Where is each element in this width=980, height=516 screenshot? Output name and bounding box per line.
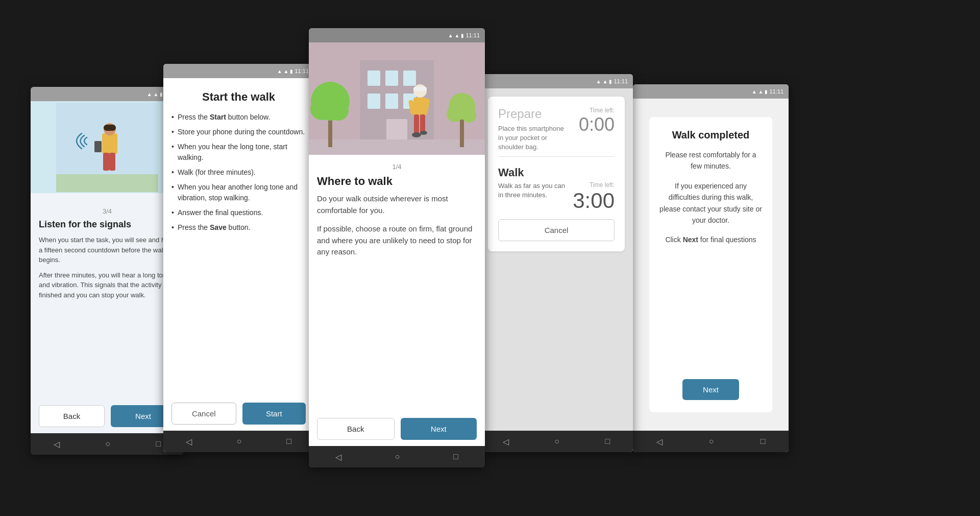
status-icons-4: ▲ ▲ ▮ 11:11 <box>596 78 628 84</box>
back-nav-4[interactable]: ◁ <box>503 437 509 447</box>
walk-section-content: Walk as far as you can in three minutes.… <box>498 181 615 213</box>
nav-bar-5: ◁ ○ □ <box>633 431 789 452</box>
screen-content-2: Start the walk Press the Start button be… <box>163 78 314 396</box>
signal-icon-4: ▲ <box>603 79 608 84</box>
prepare-label: Prepare <box>498 107 570 121</box>
status-bar-4: ▲ ▲ ▮ 11:11 <box>480 74 633 88</box>
recents-nav-2[interactable]: □ <box>286 437 291 446</box>
status-time-2: 11:11 <box>295 68 309 74</box>
svg-point-25 <box>462 108 476 123</box>
phone-screen-2: ▲ ▲ ▮ 11:11 Start the walk Press the Sta… <box>163 64 314 452</box>
wifi-icon-1: ▲ <box>147 91 152 97</box>
back-nav-2[interactable]: ◁ <box>186 437 192 447</box>
screen1-body1: When you start the task, you will see an… <box>39 235 176 300</box>
walk-time-value: 3:00 <box>573 189 615 213</box>
recents-nav-1[interactable]: □ <box>156 439 161 449</box>
screen3-back-button[interactable]: Back <box>317 418 395 440</box>
step-indicator-3: 1/4 <box>317 163 477 171</box>
nav-bar-3: ◁ ○ □ <box>309 446 485 467</box>
wifi-icon-2: ▲ <box>277 68 282 74</box>
walk-time-label: Time left: <box>573 181 615 189</box>
screen1-title: Listen for the signals <box>39 219 176 230</box>
recents-nav-5[interactable]: □ <box>761 437 766 446</box>
screen4-cancel-button[interactable]: Cancel <box>498 219 615 241</box>
completed-title: Walk completed <box>672 129 750 141</box>
screen2-start-button[interactable]: Start <box>242 403 306 425</box>
screen3-content: 1/4 Where to walk Do your walk outside w… <box>309 155 485 412</box>
status-icons-2: ▲ ▲ ▮ 11:11 <box>277 68 309 74</box>
svg-rect-13 <box>368 93 380 109</box>
bold-start: Start <box>210 113 226 121</box>
completed-body: Please rest comfortably for a few minute… <box>659 149 762 254</box>
svg-rect-12 <box>403 71 416 86</box>
screen1-content: 3/4 Listen for the signals When you star… <box>31 199 184 399</box>
battery-icon-1: ▮ <box>160 91 163 97</box>
bold-save: Save <box>210 223 227 231</box>
svg-rect-7 <box>56 174 158 192</box>
bullet-1: Press the Start button below. <box>172 112 306 123</box>
phone-screen-1: ▲ ▲ ▮ 11:11 <box>31 87 184 455</box>
back-nav-3[interactable]: ◁ <box>335 452 341 462</box>
home-nav-2[interactable]: ○ <box>237 437 242 446</box>
prepare-time-info: Time left: 0:00 <box>579 107 615 135</box>
prepare-text-group: Prepare Place this smartphone in your po… <box>498 107 570 152</box>
status-time-4: 11:11 <box>614 78 628 84</box>
screen3-body: Do your walk outside wherever is most co… <box>317 193 477 258</box>
svg-point-31 <box>412 132 421 137</box>
screen-content-3: 1/4 Where to walk Do your walk outside w… <box>309 42 485 412</box>
back-nav-5[interactable]: ◁ <box>656 437 663 447</box>
status-icons-5: ▲ ▲ ▮ 11:11 <box>752 88 783 95</box>
svg-point-24 <box>447 106 463 122</box>
screen2-content: Start the walk Press the Start button be… <box>163 78 314 396</box>
svg-rect-11 <box>385 71 398 86</box>
status-bar-1: ▲ ▲ ▮ 11:11 <box>31 87 184 101</box>
bullet-5: When you hear another long tone and vibr… <box>172 182 306 203</box>
home-nav-1[interactable]: ○ <box>105 439 110 449</box>
screen2-bullets: Press the Start button below. Store your… <box>172 112 306 237</box>
completed-btn-area: Next <box>659 369 762 400</box>
screen1-btn-row: Back Next <box>31 399 184 433</box>
timer-card: Prepare Place this smartphone in your po… <box>488 97 625 251</box>
step-indicator-1: 3/4 <box>39 207 176 215</box>
svg-rect-1 <box>102 133 117 154</box>
wifi-icon-4: ▲ <box>596 79 601 84</box>
svg-rect-17 <box>309 139 485 155</box>
nav-bar-4: ◁ ○ □ <box>480 431 633 452</box>
screen2-cancel-button[interactable]: Cancel <box>172 403 236 425</box>
walk-scene-svg <box>309 42 485 155</box>
completed-next-text: Click Next for final questions <box>659 234 762 245</box>
screen3-title: Where to walk <box>317 175 477 188</box>
battery-icon-5: ▮ <box>765 89 768 95</box>
completed-card: Walk completed Please rest comfortably f… <box>649 117 772 412</box>
prepare-time-value: 0:00 <box>579 114 615 135</box>
back-nav-1[interactable]: ◁ <box>54 439 60 449</box>
screen2-btn-row: Cancel Start <box>163 396 314 431</box>
prepare-time-label: Time left: <box>579 107 615 114</box>
screen-content-1: 3/4 Listen for the signals When you star… <box>31 101 184 399</box>
svg-rect-2 <box>103 153 109 171</box>
svg-rect-5 <box>104 125 116 131</box>
screen1-back-button[interactable]: Back <box>39 405 105 427</box>
screen5-next-button[interactable]: Next <box>682 379 739 400</box>
home-nav-5[interactable]: ○ <box>709 437 714 446</box>
home-nav-3[interactable]: ○ <box>395 452 400 461</box>
screen3-next-button[interactable]: Next <box>401 418 477 440</box>
home-nav-4[interactable]: ○ <box>554 437 559 446</box>
walk-section-title: Walk <box>498 166 615 179</box>
svg-rect-14 <box>385 93 398 109</box>
svg-rect-3 <box>109 153 115 171</box>
status-icons-3: ▲ ▲ ▮ 11:11 <box>448 32 480 38</box>
recents-nav-3[interactable]: □ <box>453 452 458 461</box>
recents-nav-4[interactable]: □ <box>605 437 610 446</box>
bold-next: Next <box>683 236 698 244</box>
nav-bar-2: ◁ ○ □ <box>163 431 314 452</box>
timer-divider <box>498 156 615 157</box>
phone-screen-3: ▲ ▲ ▮ 11:11 <box>309 28 485 467</box>
svg-rect-29 <box>414 114 419 134</box>
wifi-icon-5: ▲ <box>752 89 757 95</box>
status-bar-3: ▲ ▲ ▮ 11:11 <box>309 28 485 42</box>
illustration-1 <box>31 101 184 193</box>
signal-icon-2: ▲ <box>284 68 289 74</box>
phone-screen-5: ▲ ▲ ▮ 11:11 Walk completed Please rest c… <box>633 84 789 452</box>
nav-bar-1: ◁ ○ □ <box>31 433 184 455</box>
